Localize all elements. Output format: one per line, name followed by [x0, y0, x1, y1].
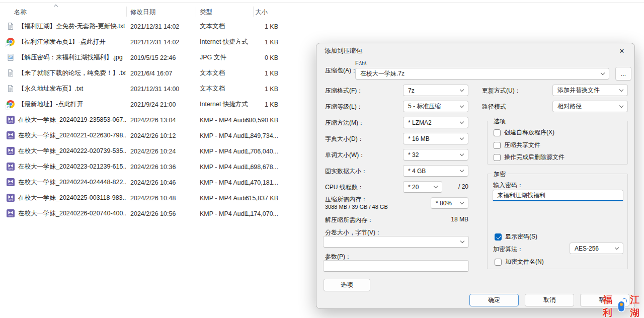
format-combobox[interactable]: 7z	[403, 85, 468, 96]
options-button[interactable]: 选项	[324, 279, 370, 291]
encryption-group: 加密 输入密码： 显示密码(S) 加密算法： AES-256 加密文件名(N)	[487, 174, 628, 269]
kmp-media-icon: MP4	[7, 194, 15, 202]
encryption-method-label: 加密算法：	[493, 245, 523, 254]
cancel-button[interactable]: 取消	[525, 294, 574, 306]
sort-ascending-icon	[54, 4, 58, 8]
archive-label: 压缩包(A)：	[325, 66, 357, 75]
chrome-shortcut-icon	[7, 38, 15, 46]
file-row[interactable]: MP4 在校大一学妹_20240226-020740-400.... 2024/…	[0, 206, 302, 221]
file-row[interactable]: MP4 在校大一学妹_20240225-003118-983.... 2024/…	[0, 190, 302, 206]
file-row[interactable]: 【福利江湖】全免费-无套路-更新快.txt 2021/12/31 14:02 文…	[0, 19, 302, 34]
archive-name-combobox[interactable]: 在校大一学妹.7z	[355, 68, 609, 80]
close-icon[interactable]: ✕	[612, 44, 631, 57]
svg-text:MP4: MP4	[9, 136, 13, 139]
chevron-down-icon	[460, 120, 464, 124]
svg-text:MP4: MP4	[9, 168, 13, 170]
solid-block-label: 固实数据大小：	[325, 167, 367, 176]
decompress-memory-value: 18 MB	[428, 216, 468, 223]
encryption-method-combobox[interactable]: AES-256	[570, 243, 623, 254]
file-name: 在校大一学妹_20240223-021239-615....	[18, 159, 126, 175]
file-row[interactable]: 【来了就能下载的论坛，纯免费！】.txt 2021/6/4 16:07 文本文档…	[0, 65, 302, 81]
ok-button[interactable]: 确定	[469, 294, 519, 306]
cpu-threads-max: / 20	[453, 183, 468, 190]
svg-text:MP4: MP4	[9, 121, 13, 123]
file-name: 【永久地址发布页】.txt	[18, 81, 126, 97]
path-mode-combobox[interactable]: 相对路径	[552, 101, 628, 112]
checkbox-show-password[interactable]: 显示密码(S)	[495, 232, 537, 241]
level-combobox[interactable]: 5 - 标准压缩	[403, 101, 468, 112]
file-name: 【解压密码：来福利江湖找福利】.jpg	[18, 50, 126, 65]
column-header-type[interactable]: 类型	[200, 6, 212, 18]
file-row[interactable]: 【解压密码：来福利江湖找福利】.jpg 2019/5/15 22:46 JPG …	[0, 50, 302, 65]
column-divider[interactable]	[196, 7, 196, 17]
file-size: 1,470,181...	[216, 175, 278, 190]
file-size: 1,698,678...	[216, 159, 278, 175]
encryption-group-legend: 加密	[492, 170, 508, 179]
column-header-date[interactable]: 修改日期	[130, 6, 155, 18]
column-header-name[interactable]: 名称	[14, 6, 27, 18]
file-name: 【来了就能下载的论坛，纯免费！】.txt	[18, 65, 126, 81]
file-row[interactable]: MP4 在校大一学妹_20240223-021239-615.... 2024/…	[0, 159, 302, 175]
file-date-modified: 2024/2/26 10:48	[130, 190, 193, 206]
memory-usage-label: 压缩所需内存：	[325, 195, 367, 204]
word-size-combobox[interactable]: * 32	[403, 149, 468, 161]
chevron-down-icon	[460, 136, 464, 140]
dialog-title: 添加到压缩包	[325, 47, 362, 55]
file-size: 680,590 KB	[216, 112, 278, 128]
column-divider[interactable]	[282, 7, 282, 17]
browse-button[interactable]: ...	[615, 67, 631, 81]
word-size-label: 单词大小(W)：	[325, 151, 365, 160]
chevron-down-icon	[460, 239, 464, 243]
memory-usage-combobox[interactable]: * 80%	[431, 197, 468, 209]
kmp-media-icon: MP4	[7, 209, 15, 217]
file-row[interactable]: MP4 在校大一学妹_20240224-024448-822.... 2024/…	[0, 175, 302, 190]
file-row[interactable]: MP4 在校大一学妹_20240219-235853-067.... 2024/…	[0, 112, 302, 128]
solid-block-combobox[interactable]: * 4 GB	[403, 165, 468, 177]
dictionary-combobox[interactable]: * 16 MB	[403, 133, 468, 144]
file-size: 1 KB	[216, 65, 278, 81]
file-size: 1 KB	[216, 97, 278, 112]
parameters-input[interactable]	[323, 260, 469, 272]
checkbox-encrypt-filenames[interactable]: 加密文件名(N)	[495, 258, 544, 266]
file-date-modified: 2021/12/31 14:02	[130, 34, 193, 50]
method-combobox[interactable]: * LZMA2	[403, 117, 468, 128]
file-date-modified: 2019/5/15 22:46	[130, 50, 193, 65]
split-volume-combobox[interactable]	[323, 236, 469, 248]
checkbox-compress-shared[interactable]: 压缩共享文件	[494, 141, 540, 149]
chevron-down-icon	[460, 104, 464, 108]
checkbox-create-sfx[interactable]: 创建自释放程序(X)	[494, 128, 554, 137]
update-mode-label: 更新方式(U)：	[482, 87, 521, 95]
mouse-icon	[618, 301, 625, 311]
file-size: 1 KB	[216, 19, 278, 34]
file-name: 【福利江湖】全免费-无套路-更新快.txt	[18, 19, 126, 34]
file-name: 【福利江湖发布页1】-点此打开	[18, 34, 126, 50]
password-input[interactable]	[493, 190, 623, 201]
cpu-threads-combobox[interactable]: * 20	[403, 181, 442, 193]
checkbox-delete-after[interactable]: 操作完成后删除源文件	[494, 153, 565, 162]
memory-usage-detail: 3088 MB / 39 GB / 48 GB	[325, 204, 388, 210]
file-row[interactable]: MP4 在校大一学妹_20240221-022630-798.... 2024/…	[0, 128, 302, 143]
file-size: 1,174,070...	[216, 206, 278, 221]
update-mode-combobox[interactable]: 添加并替换文件	[552, 85, 628, 96]
file-date-modified: 2021/9/24 21:00	[130, 97, 193, 112]
file-row[interactable]: 【永久地址发布页】.txt 2021/12/31 14:00 文本文档 1 KB	[0, 81, 302, 97]
column-divider[interactable]	[253, 7, 254, 17]
file-size: 1 KB	[216, 81, 278, 97]
level-label: 压缩等级(L)：	[325, 103, 363, 111]
options-group: 选项 创建自释放程序(X) 压缩共享文件 操作完成后删除源文件	[487, 121, 628, 165]
chevron-down-icon	[460, 200, 464, 204]
file-date-modified: 2024/2/26 10:36	[130, 159, 193, 175]
watermark-brand-left: 福利	[599, 293, 617, 318]
column-header-size[interactable]: 大小	[255, 6, 268, 18]
file-name: 在校大一学妹_20240219-235853-067....	[18, 112, 126, 128]
svg-text:MP4: MP4	[9, 152, 13, 154]
file-size: 1,849,734...	[216, 128, 278, 143]
file-row[interactable]: MP4 在校大一学妹_20240222-020739-535.... 2024/…	[0, 143, 302, 159]
archive-path: F:\h\	[355, 60, 366, 66]
method-label: 压缩方法(M)：	[325, 119, 364, 127]
file-name: 【最新地址】-点此打开	[18, 97, 126, 112]
column-divider[interactable]	[126, 7, 127, 17]
svg-text:MP4: MP4	[9, 183, 13, 186]
file-row[interactable]: 【最新地址】-点此打开 2021/9/24 21:00 Internet 快捷方…	[0, 97, 302, 112]
file-row[interactable]: 【福利江湖发布页1】-点此打开 2021/12/31 14:02 Interne…	[0, 34, 302, 50]
